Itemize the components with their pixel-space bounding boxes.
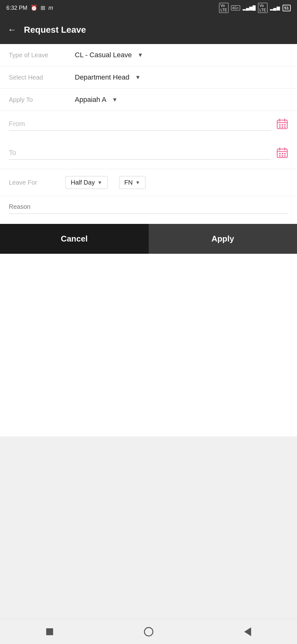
select-head-label: Select Head [9,74,75,81]
leave-for-sub-dropdown[interactable]: FN ▼ [119,176,146,189]
type-of-leave-row: Type of Leave CL - Casual Leave ▼ [0,44,297,66]
status-left: 6:32 PM ⏰ ⊞ m [6,4,53,11]
signal-bars-1: ▂▄▆█ [243,5,256,10]
nav-back-button[interactable] [242,626,253,637]
svg-rect-18 [282,155,283,157]
from-placeholder[interactable]: From [9,120,271,131]
grid-icon: ⊞ [41,4,45,11]
clock-icon: ⏰ [30,4,37,11]
m-icon: m [48,5,53,11]
svg-rect-8 [282,126,283,128]
cancel-button[interactable]: Cancel [0,224,149,254]
bottom-nav [0,619,297,644]
signal-bars-2: ▂▄▆ [270,5,280,10]
battery-indicator: 51 [283,5,291,11]
svg-rect-9 [284,126,286,128]
back-icon [244,627,251,636]
page-title: Request Leave [24,25,86,35]
svg-rect-17 [279,155,281,157]
apply-to-dropdown[interactable]: Appaiah A ▼ [75,96,118,104]
home-icon [144,627,153,636]
svg-rect-15 [282,153,283,154]
svg-rect-6 [284,124,286,125]
apply-to-label: Apply To [9,96,75,103]
nav-recent-apps-button[interactable] [44,626,55,637]
svg-rect-7 [279,126,281,128]
svg-rect-16 [284,153,286,154]
apply-to-arrow: ▼ [112,97,118,103]
to-date-row: To [0,140,297,164]
select-head-row: Select Head Department Head ▼ [0,66,297,89]
svg-rect-5 [282,124,283,125]
from-date-row: From [0,111,297,135]
empty-space [0,436,297,619]
reason-input[interactable] [9,203,288,214]
leave-for-arrow: ▼ [97,180,102,186]
button-row: Cancel Apply [0,224,297,254]
from-calendar-icon[interactable] [276,118,288,132]
to-input-wrap: To [9,149,271,160]
date-spacer-1 [0,135,297,140]
leave-for-sub-arrow: ▼ [135,180,140,186]
from-input-wrap: From [9,120,271,131]
to-placeholder[interactable]: To [9,149,271,160]
leave-for-label: Leave For [9,179,59,186]
volte-icon: VoLTE [219,3,228,13]
signal-4g-icon: 4G+ [231,5,240,10]
apply-button[interactable]: Apply [149,224,297,254]
status-bar: 6:32 PM ⏰ ⊞ m VoLTE 4G+ ▂▄▆█ VoLTE ▂▄▆ 5… [0,0,297,16]
svg-rect-19 [284,155,286,157]
type-of-leave-value: CL - Casual Leave [75,51,132,59]
select-head-arrow: ▼ [135,74,141,81]
select-head-dropdown[interactable]: Department Head ▼ [75,73,140,81]
svg-rect-14 [279,153,281,154]
leave-for-value: Half Day [71,179,95,186]
volte2-icon: VoLTE [258,3,267,13]
status-right: VoLTE 4G+ ▂▄▆█ VoLTE ▂▄▆ 51 [219,3,291,13]
apply-to-row: Apply To Appaiah A ▼ [0,89,297,111]
header: ← Request Leave [0,16,297,44]
reason-row [0,196,297,221]
to-calendar-icon[interactable] [276,147,288,161]
form-area: Type of Leave CL - Casual Leave ▼ Select… [0,44,297,436]
type-of-leave-label: Type of Leave [9,52,75,59]
apply-to-value: Appaiah A [75,96,106,104]
type-of-leave-arrow: ▼ [137,52,143,58]
leave-for-row: Leave For Half Day ▼ FN ▼ [0,169,297,196]
type-of-leave-dropdown[interactable]: CL - Casual Leave ▼ [75,51,143,59]
leave-for-dropdown[interactable]: Half Day ▼ [65,176,108,189]
svg-rect-4 [279,124,281,125]
nav-home-button[interactable] [143,626,154,637]
recent-apps-icon [46,628,53,635]
back-button[interactable]: ← [8,25,16,35]
leave-for-sub-value: FN [124,179,133,186]
date-spacer-2 [0,164,297,169]
status-time: 6:32 PM [6,5,27,11]
select-head-value: Department Head [75,73,129,81]
